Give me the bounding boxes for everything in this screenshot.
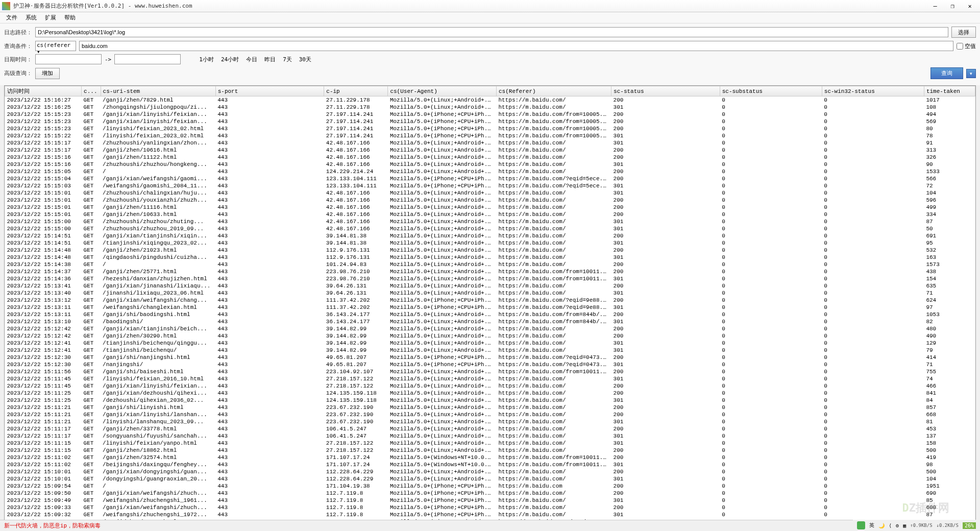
table-row[interactable]: 2023/12/22 15:11:45GET/linyishi/feixian_… (5, 375, 975, 382)
query-button[interactable]: 查询 (930, 67, 963, 79)
time-7d[interactable]: 7天 (281, 56, 294, 63)
time-24h[interactable]: 24小时 (219, 56, 241, 63)
table-row[interactable]: 2023/12/22 15:15:01GET/zhuzhoushi/youxia… (5, 197, 975, 204)
menu-file[interactable]: 文件 (2, 13, 21, 22)
collapse-icon[interactable]: ⟨ (889, 523, 892, 525)
table-row[interactable]: 2023/12/22 15:13:10GET/baodingshi/44336.… (5, 318, 975, 325)
table-row[interactable]: 2023/12/22 15:11:45GET/ganji/xian/linyis… (5, 382, 975, 390)
table-row[interactable]: 2023/12/22 15:13:40GET/jinanshi/lixiaqu_… (5, 289, 975, 297)
table-row[interactable]: 2023/12/22 15:11:21GET/ganji/shi/linyish… (5, 404, 975, 411)
minimize-button[interactable]: — (927, 1, 943, 11)
col-ip[interactable]: c-ip (324, 86, 388, 96)
moon-icon[interactable]: 🌙 (878, 523, 885, 525)
log-path-input[interactable] (35, 27, 948, 37)
table-row[interactable]: 2023/12/22 15:11:21GET/linyishi/lanshanq… (5, 418, 975, 425)
table-row[interactable]: 2023/12/22 15:15:04GET/ganji/xian/weifan… (5, 175, 975, 182)
table-row[interactable]: 2023/12/22 15:13:41GET/ganji/xian/jinana… (5, 282, 975, 289)
select-button[interactable]: 选择 (951, 27, 976, 38)
table-row[interactable]: 2023/12/22 15:11:15GET/ganji/zhen/18862.… (5, 447, 975, 454)
table-row[interactable]: 2023/12/22 15:11:02GET/ganji/zhen/32574.… (5, 454, 975, 461)
add-button[interactable]: 增加 (35, 68, 60, 79)
table-row[interactable]: 2023/12/22 15:14:48GET/ganji/zhen/21023.… (5, 247, 975, 254)
table-row[interactable]: 2023/12/22 15:15:17GET/zhuzhoushi/yanlin… (5, 139, 975, 147)
close-button[interactable]: ✕ (962, 1, 978, 11)
date-from-input[interactable] (35, 54, 102, 64)
empty-value-checkbox[interactable] (957, 43, 963, 50)
table-row[interactable]: 2023/12/22 15:11:15GET/linyishi/feixian/… (5, 440, 975, 447)
table-row[interactable]: 2023/12/22 15:13:11GET/ganji/shi/baoding… (5, 311, 975, 318)
date-to-input[interactable] (114, 54, 181, 64)
menu-system[interactable]: 系统 (21, 13, 41, 22)
table-row[interactable]: 2023/12/22 15:11:17GET/songyuanshi/fuyus… (5, 432, 975, 440)
table-row[interactable]: 2023/12/22 15:12:42GET/ganji/xian/tianji… (5, 325, 975, 332)
query-value-input[interactable] (79, 41, 953, 51)
table-row[interactable]: 2023/12/22 15:14:51GET/tianjinshi/xiqing… (5, 239, 975, 247)
col-ua[interactable]: cs(User-Agent) (388, 86, 497, 96)
table-row[interactable]: 2023/12/22 15:10:01GET/ganji/xian/dongyi… (5, 468, 975, 475)
table-row[interactable]: 2023/12/22 15:11:25GET/dezhoushi/qihexia… (5, 397, 975, 404)
table-row[interactable]: 2023/12/22 15:15:03GET/weifangshi/gaomis… (5, 182, 975, 189)
table-row[interactable]: 2023/12/22 15:15:01GET/ganji/zhen/10633.… (5, 211, 975, 218)
menu-extend[interactable]: 扩展 (41, 13, 60, 22)
log-table-container[interactable]: 访问时间 c... cs-uri-stem s-port c-ip cs(Use… (4, 85, 976, 524)
ime-indicator[interactable]: 英 (869, 522, 874, 524)
col-port[interactable]: s-port (215, 86, 324, 96)
table-row[interactable]: 2023/12/22 15:15:23GET/ganji/xian/linyis… (5, 118, 975, 125)
maximize-button[interactable]: ❐ (944, 1, 961, 11)
col-timetaken[interactable]: time-taken (924, 86, 975, 96)
table-row[interactable]: 2023/12/22 15:14:36GET/hezeshi/danxian/z… (5, 275, 975, 282)
time-30d[interactable]: 30天 (297, 56, 313, 63)
table-row[interactable]: 2023/12/22 15:15:00GET/zhuzhoushi/zhuzho… (5, 218, 975, 225)
table-row[interactable]: 2023/12/22 15:16:25GET/zhongqingshi/jiul… (5, 104, 975, 111)
empty-value-check[interactable]: 空值 (957, 42, 976, 50)
table-row[interactable]: 2023/12/22 15:09:49GET/weifangshi/zhuche… (5, 497, 975, 504)
table-row[interactable]: 2023/12/22 15:16:27GET/ganji/zhen/7829.h… (5, 96, 975, 104)
table-row[interactable]: 2023/12/22 15:15:05GET/443124.229.214.24… (5, 168, 975, 175)
col-win32[interactable]: sc-win32-status (822, 86, 924, 96)
table-row[interactable]: 2023/12/22 15:12:41GET/tianjinshi/beiche… (5, 340, 975, 347)
table-row[interactable]: 2023/12/22 15:15:00GET/zhuzhoushi/zhuzho… (5, 225, 975, 232)
table-row[interactable]: 2023/12/22 15:15:01GET/ganji/zhen/11116.… (5, 204, 975, 211)
table-row[interactable]: 2023/12/22 15:15:16GET/zhuzhoushi/zhuzho… (5, 161, 975, 168)
table-row[interactable]: 2023/12/22 15:15:23GET/ganji/xian/linyis… (5, 111, 975, 118)
table-row[interactable]: 2023/12/22 15:15:01GET/zhuzhoushi/chalin… (5, 189, 975, 197)
time-1h[interactable]: 1小时 (197, 56, 216, 63)
tray-icon-1[interactable] (857, 521, 865, 524)
table-row[interactable]: 2023/12/22 15:13:11GET/weifangshi/changl… (5, 304, 975, 311)
table-row[interactable]: 2023/12/22 15:11:21GET/ganji/xian/linyis… (5, 411, 975, 418)
table-row[interactable]: 2023/12/22 15:15:23GET/linyishi/feixian_… (5, 125, 975, 132)
table-row[interactable]: 2023/12/22 15:14:38GET/443101.24.94.83Mo… (5, 261, 975, 268)
table-row[interactable]: 2023/12/22 15:09:33GET/ganji/xian/weifan… (5, 504, 975, 511)
table-row[interactable]: 2023/12/22 15:12:30GET/ganji/shi/nanjing… (5, 354, 975, 361)
table-row[interactable]: 2023/12/22 15:14:48GET/qingdaoshi/pingdu… (5, 254, 975, 261)
table-row[interactable]: 2023/12/22 15:09:32GET/weifangshi/zhuche… (5, 511, 975, 518)
col-substatus[interactable]: sc-substatus (720, 86, 822, 96)
query-field-select[interactable]: cs(referer ▾ (35, 41, 76, 51)
grid-icon[interactable]: ▦ (903, 523, 906, 525)
table-row[interactable]: 2023/12/22 15:11:25GET/ganji/xian/dezhou… (5, 390, 975, 397)
table-row[interactable]: 2023/12/22 15:11:17GET/ganji/zhen/33778.… (5, 425, 975, 432)
table-row[interactable]: 2023/12/22 15:11:56GET/ganji/shi/baisesh… (5, 368, 975, 375)
table-row[interactable]: 2023/12/22 15:15:16GET/ganji/zhen/11122.… (5, 154, 975, 161)
time-yesterday[interactable]: 昨日 (262, 56, 278, 63)
table-row[interactable]: 2023/12/22 15:13:12GET/ganji/xian/weifan… (5, 297, 975, 304)
table-row[interactable]: 2023/12/22 15:09:54GET/443171.104.19.38M… (5, 482, 975, 490)
col-referer[interactable]: cs(Referer) (496, 86, 611, 96)
col-status[interactable]: sc-status (611, 86, 720, 96)
col-time[interactable]: 访问时间 (5, 86, 82, 96)
table-row[interactable]: 2023/12/22 15:09:50GET/ganji/xian/weifan… (5, 490, 975, 497)
gear-icon[interactable]: ⚙ (896, 523, 899, 525)
table-row[interactable]: 2023/12/22 15:10:01GET/dongyingshi/guang… (5, 475, 975, 482)
col-uri[interactable]: cs-uri-stem (101, 86, 215, 96)
menu-help[interactable]: 帮助 (60, 13, 80, 22)
table-row[interactable]: 2023/12/22 15:14:37GET/ganji/zhen/25771.… (5, 268, 975, 275)
table-row[interactable]: 2023/12/22 15:14:51GET/ganji/xian/tianji… (5, 232, 975, 239)
time-today[interactable]: 今日 (244, 56, 259, 63)
table-row[interactable]: 2023/12/22 15:12:30GET/nanjingshi/44349.… (5, 361, 975, 368)
table-row[interactable]: 2023/12/22 15:15:22GET/linyishi/feixian_… (5, 132, 975, 139)
table-row[interactable]: 2023/12/22 15:12:42GET/ganji/zhen/30290.… (5, 332, 975, 340)
table-row[interactable]: 2023/12/22 15:15:17GET/ganji/zhen/10616.… (5, 147, 975, 154)
query-dropdown-button[interactable]: ▾ (966, 69, 976, 78)
col-method[interactable]: c... (82, 86, 101, 96)
table-row[interactable]: 2023/12/22 15:11:02GET/beijingshi/daxing… (5, 461, 975, 468)
